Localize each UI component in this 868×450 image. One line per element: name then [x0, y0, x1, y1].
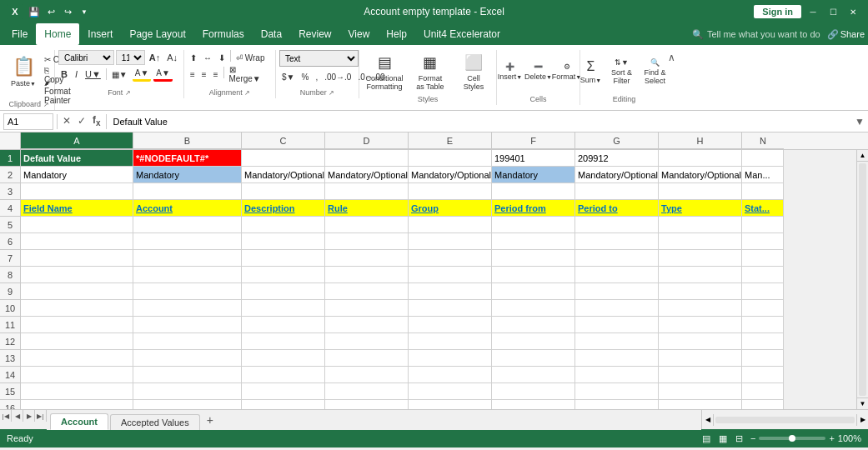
col-header-D[interactable]: D — [325, 132, 409, 149]
formula-bar-expand-icon[interactable]: ▼ — [855, 116, 865, 128]
cell-row13-col3[interactable] — [325, 350, 409, 367]
cell-row15-col7[interactable] — [659, 383, 742, 400]
cell-row13-col0[interactable] — [21, 350, 133, 367]
cell-row6-col6[interactable] — [575, 233, 659, 250]
cell-row10-col8[interactable] — [742, 300, 784, 317]
cell-row7-col8[interactable] — [742, 250, 784, 267]
cell-F1[interactable]: 199401 — [492, 150, 575, 167]
undo-button[interactable]: ↩ — [43, 4, 58, 19]
cell-row14-col3[interactable] — [325, 367, 409, 383]
row-header-8[interactable]: 8 — [0, 267, 21, 283]
cell-row12-col8[interactable] — [742, 333, 784, 350]
cell-G2[interactable]: Mandatory/Optional — [575, 167, 659, 183]
row-header-3[interactable]: 3 — [0, 183, 21, 200]
cell-row8-col1[interactable] — [133, 267, 242, 283]
cell-row13-col5[interactable] — [492, 350, 575, 367]
cell-row5-col0[interactable] — [21, 217, 133, 233]
border-button[interactable]: ▦▼ — [109, 67, 130, 82]
menu-home[interactable]: Home — [36, 23, 79, 45]
close-button[interactable]: ✕ — [845, 5, 861, 18]
cell-row8-col4[interactable] — [409, 267, 492, 283]
font-size-select[interactable]: 11 — [116, 50, 145, 65]
cell-row9-col0[interactable] — [21, 283, 133, 300]
col-header-F[interactable]: F — [492, 132, 575, 149]
cell-row10-col4[interactable] — [409, 300, 492, 317]
cell-row7-col5[interactable] — [492, 250, 575, 267]
scroll-last-tab-button[interactable]: ▶| — [35, 410, 47, 422]
cell-H4[interactable]: Type — [659, 200, 742, 217]
scroll-prev-tab-button[interactable]: ◀ — [12, 410, 23, 422]
scroll-thumb-vertical[interactable] — [859, 163, 866, 396]
cell-B1[interactable]: *#NODEFAULT#* — [133, 150, 242, 167]
italic-button[interactable]: I — [73, 67, 80, 82]
fill-color-button[interactable]: A▼ — [133, 67, 152, 82]
cell-row12-col7[interactable] — [659, 333, 742, 350]
row-header-10[interactable]: 10 — [0, 300, 21, 317]
cell-C1[interactable] — [242, 150, 325, 167]
cell-row14-col0[interactable] — [21, 367, 133, 383]
cell-row9-col4[interactable] — [409, 283, 492, 300]
cell-row6-col5[interactable] — [492, 233, 575, 250]
zoom-out-button[interactable]: − — [750, 433, 755, 443]
row-header-7[interactable]: 7 — [0, 250, 21, 267]
cell-row6-col4[interactable] — [409, 233, 492, 250]
row-header-2[interactable]: 2 — [0, 167, 21, 183]
cell-row9-col2[interactable] — [242, 283, 325, 300]
format-as-table-button[interactable]: ▦ Format as Table — [409, 50, 451, 93]
menu-file[interactable]: File — [3, 23, 36, 45]
cell-D1[interactable] — [325, 150, 409, 167]
menu-unit4[interactable]: Unit4 Excelerator — [415, 23, 509, 45]
cell-row16-col3[interactable] — [325, 400, 409, 409]
currency-button[interactable]: $▼ — [279, 69, 297, 84]
cell-row9-col1[interactable] — [133, 283, 242, 300]
paste-button[interactable]: 📋 Paste▼ — [7, 50, 40, 93]
cell-row10-col2[interactable] — [242, 300, 325, 317]
cell-E3[interactable] — [409, 183, 492, 200]
cell-row5-col3[interactable] — [325, 217, 409, 233]
scroll-next-tab-button[interactable]: ▶ — [23, 410, 35, 422]
cell-row15-col4[interactable] — [409, 383, 492, 400]
decrease-decimal-button[interactable]: .00→.0 — [322, 69, 354, 84]
cell-row7-col1[interactable] — [133, 250, 242, 267]
vertical-scrollbar[interactable]: ▲ ▼ — [856, 150, 868, 409]
cell-E2[interactable]: Mandatory/Optional — [409, 167, 492, 183]
col-header-N[interactable]: N — [742, 132, 784, 149]
cell-N3[interactable] — [742, 183, 784, 200]
cell-row7-col2[interactable] — [242, 250, 325, 267]
cell-styles-button[interactable]: ⬜ Cell Styles — [454, 50, 493, 93]
cell-row13-col2[interactable] — [242, 350, 325, 367]
cell-row9-col7[interactable] — [659, 283, 742, 300]
comma-button[interactable]: , — [313, 69, 320, 84]
cell-row16-col1[interactable] — [133, 400, 242, 409]
cell-A4[interactable]: Field Name — [21, 200, 133, 217]
cell-N1[interactable] — [742, 150, 784, 167]
row-header-13[interactable]: 13 — [0, 350, 21, 367]
cell-row14-col1[interactable] — [133, 367, 242, 383]
increase-font-button[interactable]: A↑ — [147, 50, 163, 65]
cell-N4[interactable]: Stat... — [742, 200, 784, 217]
cell-row12-col2[interactable] — [242, 333, 325, 350]
cell-B2[interactable]: Mandatory — [133, 167, 242, 183]
formula-input[interactable] — [110, 115, 852, 128]
cell-A2[interactable]: Mandatory — [21, 167, 133, 183]
cell-row7-col7[interactable] — [659, 250, 742, 267]
col-header-G[interactable]: G — [575, 132, 659, 149]
cell-H2[interactable]: Mandatory/Optional — [659, 167, 742, 183]
cell-row16-col2[interactable] — [242, 400, 325, 409]
cell-D2[interactable]: Mandatory/Optional — [325, 167, 409, 183]
cell-row5-col1[interactable] — [133, 217, 242, 233]
cell-row15-col3[interactable] — [325, 383, 409, 400]
restore-button[interactable]: ☐ — [825, 5, 841, 18]
font-name-select[interactable]: Calibri — [58, 50, 114, 65]
cell-row15-col1[interactable] — [133, 383, 242, 400]
cell-row7-col3[interactable] — [325, 250, 409, 267]
cell-row9-col6[interactable] — [575, 283, 659, 300]
save-button[interactable]: 💾 — [27, 4, 42, 19]
cell-row12-col1[interactable] — [133, 333, 242, 350]
ribbon-collapse-button[interactable]: ∧ — [668, 50, 675, 63]
sheet-tab-accepted-values[interactable]: Accepted Values — [110, 414, 200, 430]
cell-E1[interactable] — [409, 150, 492, 167]
row-header-1[interactable]: 1 — [0, 150, 21, 167]
cell-row13-col7[interactable] — [659, 350, 742, 367]
cell-C2[interactable]: Mandatory/Optional — [242, 167, 325, 183]
